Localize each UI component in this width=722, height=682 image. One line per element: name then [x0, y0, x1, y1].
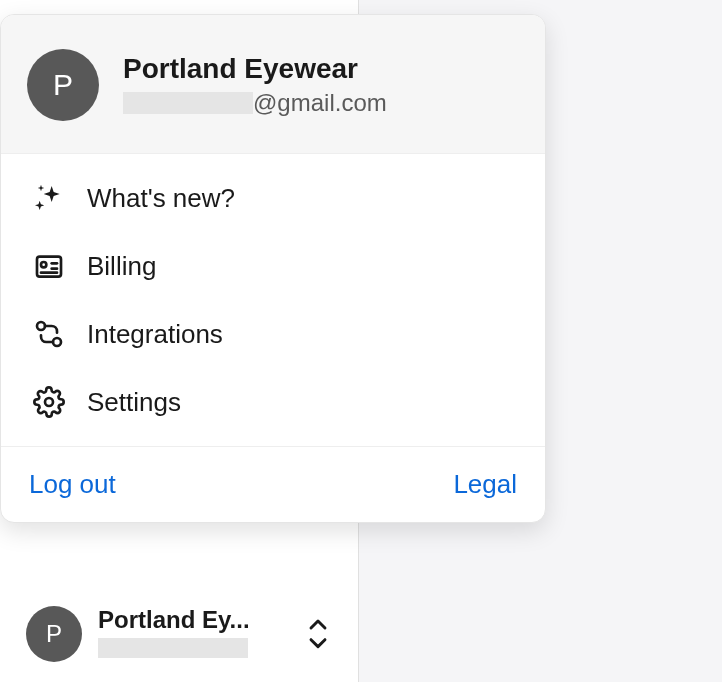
menu-item-settings[interactable]: Settings [1, 368, 545, 436]
menu-list: What's new? Billing [1, 154, 545, 446]
avatar: P [27, 49, 99, 121]
integrations-icon [33, 318, 65, 350]
account-name-truncated: Portland Ey... [98, 606, 288, 634]
account-email-redacted [98, 638, 288, 662]
svg-point-1 [41, 262, 46, 267]
legal-button[interactable]: Legal [453, 469, 517, 500]
account-popover: P Portland Eyewear @gmail.com What's new… [0, 14, 546, 523]
menu-item-label: What's new? [87, 183, 235, 214]
popover-footer: Log out Legal [1, 446, 545, 522]
svg-point-7 [45, 398, 53, 406]
menu-item-label: Integrations [87, 319, 223, 350]
menu-item-label: Settings [87, 387, 181, 418]
menu-item-billing[interactable]: Billing [1, 232, 545, 300]
chevron-up-down-icon [304, 614, 332, 654]
account-switcher-text: Portland Ey... [98, 606, 288, 662]
sparkles-icon [33, 182, 65, 214]
menu-item-integrations[interactable]: Integrations [1, 300, 545, 368]
email-domain: @gmail.com [253, 89, 387, 117]
avatar: P [26, 606, 82, 662]
billing-icon [33, 250, 65, 282]
menu-item-label: Billing [87, 251, 156, 282]
account-switcher[interactable]: P Portland Ey... [0, 606, 358, 662]
popover-header: P Portland Eyewear @gmail.com [1, 15, 545, 154]
gear-icon [33, 386, 65, 418]
account-email: @gmail.com [123, 89, 519, 117]
menu-item-whats-new[interactable]: What's new? [1, 164, 545, 232]
email-redacted-part [123, 92, 253, 114]
account-name: Portland Eyewear [123, 53, 519, 85]
logout-button[interactable]: Log out [29, 469, 116, 500]
